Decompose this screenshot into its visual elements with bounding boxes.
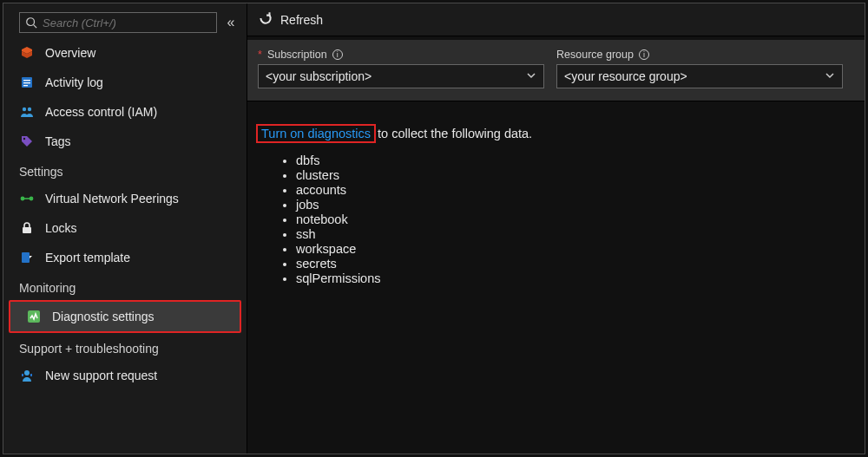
list-item: clusters [296, 168, 856, 182]
list-item: jobs [296, 198, 856, 212]
diagnostics-data-list: dbfsclustersaccountsjobsnotebooksshworks… [296, 153, 856, 285]
svg-rect-4 [23, 82, 30, 83]
section-label-settings: Settings [3, 156, 247, 184]
svg-point-6 [23, 108, 26, 111]
svg-rect-16 [30, 374, 32, 376]
list-item: ssh [296, 227, 856, 241]
sidebar-item-label: Activity log [45, 75, 103, 89]
svg-line-1 [34, 25, 37, 29]
svg-point-9 [21, 197, 23, 199]
section-label-monitoring: Monitoring [3, 272, 247, 300]
svg-point-14 [24, 370, 30, 375]
info-icon[interactable]: i [332, 49, 343, 60]
svg-rect-12 [22, 252, 30, 263]
svg-point-0 [27, 18, 35, 26]
sidebar-item-label: New support request [45, 369, 157, 382]
svg-point-8 [23, 138, 25, 140]
cube-icon [19, 46, 35, 60]
main-panel: Refresh * Subscription i <your subscript… [247, 3, 865, 454]
subscription-value: <your subscription> [266, 69, 372, 83]
export-template-icon [19, 251, 35, 264]
sidebar-item-diagnostic-settings[interactable]: Diagnostic settings [10, 302, 240, 331]
subscription-dropdown[interactable]: <your subscription> [258, 64, 544, 88]
svg-point-10 [30, 197, 32, 199]
sidebar-item-access-control[interactable]: Access control (IAM) [3, 97, 247, 127]
refresh-label: Refresh [280, 13, 323, 27]
section-label-support: Support + troubleshooting [3, 333, 247, 361]
sidebar-item-label: Tags [45, 134, 71, 148]
svg-rect-13 [28, 310, 40, 323]
list-item: dbfs [296, 153, 856, 167]
list-item: notebook [296, 212, 856, 226]
chevron-down-icon [526, 69, 536, 83]
sidebar-item-locks[interactable]: Locks [3, 213, 247, 243]
sidebar-item-overview[interactable]: Overview [3, 38, 247, 68]
svg-point-7 [28, 108, 31, 111]
support-icon [19, 369, 35, 382]
selector-bar: * Subscription i <your subscription> Res… [247, 40, 865, 101]
svg-rect-15 [22, 374, 23, 376]
list-item: secrets [296, 257, 856, 271]
resource-group-value: <your resource group> [564, 69, 687, 83]
list-item: workspace [296, 242, 856, 256]
list-item: accounts [296, 183, 856, 197]
sidebar-item-label: Diagnostic settings [52, 310, 155, 323]
required-indicator: * [258, 49, 262, 61]
sidebar-item-vnet-peerings[interactable]: Virtual Network Peerings [3, 184, 247, 213]
lock-icon [19, 221, 35, 235]
sidebar-item-label: Locks [45, 221, 77, 235]
vnet-icon [19, 192, 35, 206]
sidebar-item-label: Overview [45, 46, 95, 60]
refresh-icon [258, 10, 273, 29]
turn-on-diagnostics-link[interactable]: Turn on diagnostics [261, 127, 371, 140]
sidebar-item-activity-log[interactable]: Activity log [3, 68, 247, 97]
sidebar-item-label: Access control (IAM) [45, 105, 157, 119]
svg-rect-11 [23, 227, 31, 233]
sidebar-item-label: Export template [45, 251, 130, 264]
sidebar-item-tags[interactable]: Tags [3, 127, 247, 156]
toolbar: Refresh [247, 3, 865, 36]
tag-icon [19, 134, 35, 148]
turn-on-diagnostics-text: to collect the following data. [378, 127, 532, 140]
chevron-down-icon [825, 69, 835, 83]
list-item: sqlPermissions [296, 271, 856, 285]
search-input[interactable] [19, 12, 217, 33]
resource-group-label: Resource group i [556, 49, 843, 61]
sidebar-item-new-support-request[interactable]: New support request [3, 361, 247, 390]
search-icon [25, 16, 37, 29]
info-icon[interactable]: i [639, 49, 649, 60]
sidebar-item-export-template[interactable]: Export template [3, 243, 247, 272]
people-icon [19, 105, 35, 119]
sidebar-item-label: Virtual Network Peerings [45, 192, 179, 206]
svg-rect-3 [23, 80, 30, 81]
diagnostics-icon [26, 310, 42, 323]
collapse-sidebar-button[interactable]: « [222, 15, 240, 30]
content-area: Turn on diagnostics to collect the follo… [247, 101, 865, 295]
subscription-label: * Subscription i [258, 49, 544, 61]
resource-group-dropdown[interactable]: <your resource group> [556, 64, 843, 88]
sidebar: « Overview Activity log Access control (… [3, 3, 247, 454]
activity-log-icon [19, 75, 35, 89]
svg-rect-5 [23, 85, 28, 86]
refresh-button[interactable]: Refresh [258, 10, 323, 29]
